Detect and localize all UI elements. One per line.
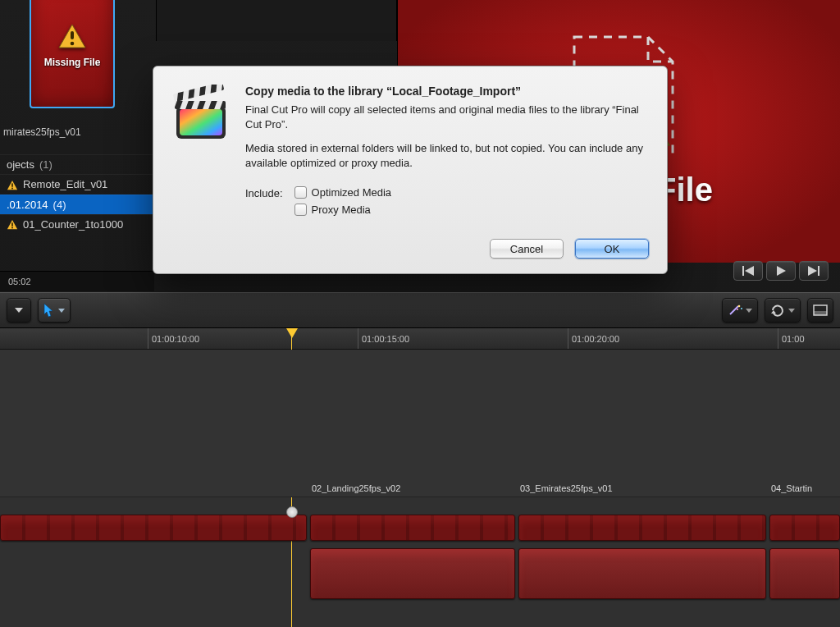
include-label: Include: [245, 186, 283, 199]
svg-point-19 [738, 305, 741, 308]
browser-thumbnail-missing[interactable]: Missing File [30, 0, 115, 108]
copy-media-dialog: Copy media to the library “Local_Footage… [153, 66, 668, 274]
edit-point-handle[interactable] [286, 506, 298, 518]
checkbox-label: Optimized Media [312, 186, 392, 199]
clip-name: 04_Startin [771, 483, 812, 493]
svg-rect-12 [11, 183, 13, 186]
svg-marker-18 [58, 309, 65, 313]
cancel-button[interactable]: Cancel [490, 239, 564, 259]
sidebar-item-counter-clip[interactable]: 01_Counter_1to1000 [0, 214, 154, 235]
effects-wand-button[interactable] [722, 298, 758, 323]
sidebar-item-date-folder[interactable]: .01.2014 (4) [0, 195, 154, 214]
dialog-paragraph: Media stored in external folders will be… [245, 141, 649, 170]
svg-marker-9 [808, 266, 817, 276]
sidebar-item-remote-edit[interactable]: Remote_Edit_v01 [0, 174, 154, 195]
audio-track[interactable] [0, 545, 840, 604]
library-sidebar[interactable]: ojects (1) Remote_Edit_v01 .01.2014 (4) … [0, 154, 154, 234]
final-cut-pro-app-icon [171, 85, 231, 144]
timeline-audio-clip[interactable] [310, 548, 515, 599]
timeline-clip[interactable] [518, 515, 766, 541]
sidebar-item-projects[interactable]: ojects (1) [0, 154, 154, 174]
sidebar-item-count: (4) [53, 199, 66, 211]
timeline-audio-clip[interactable] [769, 548, 840, 599]
sidebar-item-label: Remote_Edit_v01 [23, 178, 107, 190]
filmstrip-header [156, 0, 397, 41]
clip-name: 03_Emirates25fps_v01 [520, 483, 613, 493]
svg-marker-23 [771, 310, 776, 314]
svg-rect-6 [742, 266, 744, 276]
video-track[interactable] [0, 512, 840, 545]
svg-rect-26 [814, 311, 827, 315]
thumbnail-label: Missing File [44, 57, 101, 68]
player-controls [733, 261, 829, 281]
svg-rect-30 [173, 85, 225, 102]
checkbox[interactable] [294, 186, 307, 199]
svg-marker-22 [746, 309, 752, 313]
checkbox-label: Proxy Media [312, 204, 371, 216]
timeline[interactable]: 01:00:10:00 01:00:15:00 01:00:20:00 01:0… [0, 328, 840, 627]
play-button[interactable] [766, 261, 796, 281]
timeline-toolbar [0, 292, 840, 328]
svg-rect-15 [11, 223, 13, 227]
svg-marker-7 [745, 266, 754, 276]
clip-name: 02_Landing25fps_v02 [312, 483, 400, 493]
sidebar-duration: 05:02 [0, 271, 154, 291]
checkbox[interactable] [294, 204, 307, 216]
sidebar-item-label: 01_Counter_1to1000 [23, 218, 123, 231]
sidebar-item-count: (1) [39, 158, 52, 171]
timeline-clip[interactable] [0, 515, 307, 541]
dialog-paragraph: Final Cut Pro will copy all selected ite… [245, 103, 649, 131]
next-edit-button[interactable] [799, 261, 829, 281]
clip-appearance-button[interactable] [807, 298, 833, 323]
timeline-ruler[interactable]: 01:00:10:00 01:00:15:00 01:00:20:00 01:0… [0, 328, 840, 350]
svg-rect-28 [180, 109, 222, 135]
svg-rect-10 [818, 266, 819, 276]
timeline-empty-area[interactable] [0, 350, 840, 497]
ruler-tick: 01:00 [778, 328, 805, 349]
svg-point-2 [71, 42, 75, 46]
svg-marker-24 [788, 309, 795, 313]
proxy-media-checkbox-row[interactable]: Proxy Media [294, 204, 392, 216]
svg-rect-1 [71, 31, 74, 39]
sidebar-item-label: .01.2014 [7, 199, 48, 211]
ok-button[interactable]: OK [575, 239, 649, 259]
select-tool-button[interactable] [38, 298, 71, 323]
svg-point-16 [11, 227, 13, 229]
ruler-tick: 01:00:15:00 [358, 328, 409, 349]
svg-rect-33 [175, 101, 226, 109]
dialog-title: Copy media to the library “Local_Footage… [245, 85, 649, 98]
svg-point-13 [11, 187, 13, 189]
timeline-clip[interactable] [769, 515, 840, 541]
timeline-audio-clip[interactable] [518, 548, 766, 599]
warning-icon [58, 24, 86, 52]
sidebar-item-label: ojects [7, 158, 34, 171]
ruler-tick: 01:00:10:00 [148, 328, 199, 349]
retime-button[interactable] [765, 298, 801, 323]
warning-icon [7, 178, 18, 191]
warning-icon [7, 218, 18, 231]
thumbnail-caption: mirates25fps_v01 [3, 126, 81, 138]
svg-point-20 [741, 308, 742, 309]
timeline-clip[interactable] [310, 515, 515, 541]
prev-edit-button[interactable] [733, 261, 763, 281]
svg-point-21 [737, 309, 738, 310]
clip-label-row: 02_Landing25fps_v02 03_Emirates25fps_v01… [0, 497, 840, 512]
svg-marker-8 [777, 266, 786, 276]
svg-marker-17 [15, 308, 23, 313]
toolbar-dropdown[interactable] [7, 298, 31, 323]
optimized-media-checkbox-row[interactable]: Optimized Media [294, 186, 392, 199]
ruler-tick: 01:00:20:00 [568, 328, 619, 349]
